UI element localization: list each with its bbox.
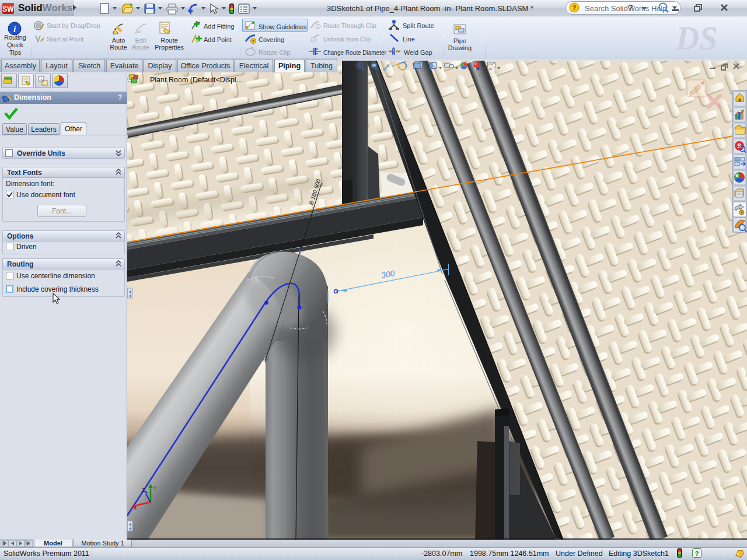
svg-text:Y: Y (153, 485, 156, 491)
svg-text:SW: SW (2, 5, 14, 13)
svg-text:Plant Room (Default<Displ...: Plant Room (Default<Displ... (150, 76, 242, 84)
svg-text:Z: Z (142, 487, 145, 493)
svg-text:?: ? (695, 550, 699, 557)
svg-text:?: ? (573, 4, 577, 11)
svg-text:X: X (133, 505, 137, 511)
